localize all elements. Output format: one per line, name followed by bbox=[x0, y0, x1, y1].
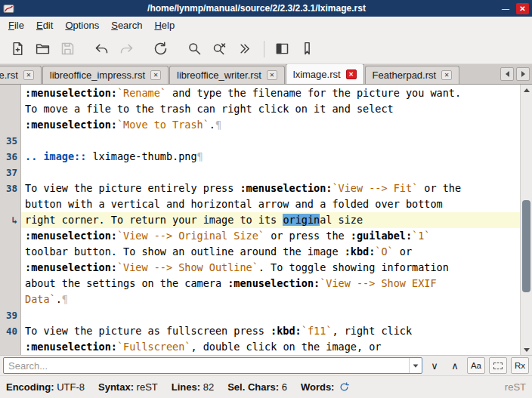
scrollbar-track[interactable] bbox=[521, 95, 532, 344]
code-line[interactable]: Data`.¶ bbox=[21, 292, 520, 307]
code-text: toolbar button. To show an outline aroun… bbox=[25, 245, 345, 258]
code-line[interactable]: about the settings on the camera :menuse… bbox=[21, 276, 520, 292]
tab-Featherpad-rst[interactable]: Featherpad.rst✕ bbox=[365, 66, 460, 84]
tab-ce-rst[interactable]: ce.rst✕ bbox=[0, 66, 42, 84]
menu-item-help[interactable]: Help bbox=[148, 17, 181, 33]
word-count-refresh-button[interactable] bbox=[339, 381, 350, 393]
status-value: UTF-8 bbox=[54, 381, 85, 393]
scroll-down-button[interactable] bbox=[521, 344, 532, 355]
code-line[interactable] bbox=[21, 307, 520, 323]
code-text: :menuselection: bbox=[25, 261, 117, 273]
code-line[interactable] bbox=[21, 133, 520, 149]
code-line[interactable]: button with a vertical and horizontal ar… bbox=[21, 196, 520, 212]
side-pane-button[interactable] bbox=[272, 39, 292, 59]
tab-scroll-controls bbox=[500, 67, 530, 84]
regex-button[interactable]: Rx bbox=[511, 357, 529, 374]
code-text: ¶ bbox=[197, 150, 203, 162]
tab-scroll-right-button[interactable] bbox=[516, 67, 530, 81]
search-history-dropdown[interactable] bbox=[409, 358, 422, 373]
code-line[interactable]: To move a file to the trash can right cl… bbox=[21, 101, 520, 117]
text-area[interactable]: :menuselection:`Rename` and type the fil… bbox=[21, 85, 520, 355]
code-line[interactable]: :menuselection:`Rename` and type the fil… bbox=[21, 85, 520, 101]
match-case-button[interactable]: Aa bbox=[467, 357, 485, 374]
status-label: Sel. Chars: bbox=[227, 381, 279, 393]
code-line[interactable]: right corner. To return your image to it… bbox=[21, 212, 520, 228]
jump-to-button[interactable] bbox=[234, 39, 254, 59]
minimize-button[interactable]: — bbox=[499, 3, 512, 14]
tab-close-icon[interactable]: ✕ bbox=[23, 70, 34, 80]
search-previous-button[interactable]: ∧ bbox=[447, 357, 463, 374]
redo-button bbox=[116, 39, 136, 59]
status-field-lines: Lines: 82 bbox=[172, 381, 214, 393]
code-text: :menuselection: bbox=[25, 119, 117, 131]
menu-item-edit[interactable]: Edit bbox=[30, 17, 59, 33]
dropdown-arrow-icon bbox=[413, 364, 419, 367]
code-text: :guilabel: bbox=[351, 230, 412, 242]
line-number bbox=[0, 260, 17, 276]
search-bar: ∨ ∧ Aa Rx bbox=[0, 355, 532, 375]
magnifier-replace-icon bbox=[212, 41, 227, 57]
menu-item-options[interactable]: Options bbox=[59, 17, 105, 33]
scroll-up-button[interactable] bbox=[521, 85, 532, 95]
status-value: 6 bbox=[279, 381, 287, 393]
code-line[interactable]: .. image:: lximage-thumb.png¶ bbox=[21, 149, 520, 165]
code-text: :menuselection: bbox=[25, 230, 117, 242]
up-arrow-icon bbox=[524, 88, 530, 92]
tab-libreoffice_impress-rst[interactable]: libreoffice_impress.rst✕ bbox=[42, 66, 169, 84]
tab-libreoffice_writer-rst[interactable]: libreoffice_writer.rst✕ bbox=[169, 66, 285, 84]
code-line[interactable]: To view the picture as fullscreen press … bbox=[21, 323, 520, 339]
code-text: right corner. To return your image to it… bbox=[25, 214, 283, 226]
menu-item-search[interactable]: Search bbox=[105, 17, 148, 33]
tab-close-icon[interactable]: ✕ bbox=[346, 69, 357, 79]
new-file-button[interactable] bbox=[8, 39, 27, 59]
featherpad-app-icon bbox=[3, 4, 14, 14]
tab-label: lximage.rst bbox=[293, 69, 341, 80]
code-line[interactable] bbox=[21, 165, 520, 180]
close-button[interactable]: ✕ bbox=[516, 3, 529, 14]
code-text: . To toggle showing information bbox=[258, 261, 449, 273]
scrollbar-thumb[interactable] bbox=[522, 200, 530, 292]
whole-words-button[interactable] bbox=[489, 357, 507, 374]
selected-text: origin bbox=[283, 214, 320, 226]
titlebar[interactable]: /home/lynmp/manual/source/2/2.3/2.3.1/lx… bbox=[0, 0, 532, 17]
vertical-scrollbar[interactable] bbox=[520, 85, 532, 355]
document-new-icon bbox=[10, 41, 26, 57]
code-line[interactable]: :menuselection:`View --> Show Outline`. … bbox=[21, 260, 520, 276]
code-text: about the settings on the camera bbox=[25, 277, 227, 289]
code-line[interactable]: To view the picture entirely press :menu… bbox=[21, 180, 520, 196]
code-text: Data` bbox=[25, 293, 56, 305]
code-line[interactable]: toolbar button. To show an outline aroun… bbox=[21, 244, 520, 260]
save-file-button bbox=[57, 39, 77, 59]
tab-label: Featherpad.rst bbox=[373, 69, 437, 81]
code-line[interactable]: :menuselection:`View --> Original Size` … bbox=[21, 228, 520, 244]
menu-item-file[interactable]: File bbox=[2, 17, 30, 33]
tab-close-icon[interactable]: ✕ bbox=[441, 70, 452, 80]
search-input[interactable] bbox=[4, 360, 409, 372]
code-line[interactable]: :menuselection:`Move to Trash`.¶ bbox=[21, 117, 520, 133]
code-text: `View --> Show EXIF bbox=[320, 277, 436, 289]
code-text: :menuselection: bbox=[227, 277, 320, 289]
code-line[interactable]: :menuselection:`Fullscreen`, double clic… bbox=[21, 339, 520, 355]
line-number: 39 bbox=[0, 307, 17, 323]
code-text: ¶ bbox=[215, 119, 221, 131]
tab-close-icon[interactable]: ✕ bbox=[267, 70, 277, 80]
bookmark-button[interactable] bbox=[297, 39, 317, 59]
open-file-button[interactable] bbox=[32, 39, 52, 59]
find-button[interactable] bbox=[184, 39, 204, 59]
find-and-replace-button[interactable] bbox=[209, 39, 229, 59]
whole-word-icon bbox=[493, 363, 503, 369]
status-label: Words: bbox=[301, 381, 335, 393]
syntax-indicator[interactable]: reST bbox=[505, 381, 526, 393]
magnifier-icon bbox=[187, 41, 203, 57]
line-number bbox=[0, 196, 17, 212]
reload-button[interactable] bbox=[150, 39, 170, 59]
tab-close-icon[interactable]: ✕ bbox=[150, 70, 161, 80]
status-field-encoding: Encoding: UTF-8 bbox=[6, 381, 85, 393]
code-text: ¶ bbox=[62, 293, 68, 305]
search-next-button[interactable]: ∨ bbox=[426, 357, 443, 374]
code-text: . bbox=[209, 119, 215, 131]
code-text: :kbd: bbox=[271, 325, 302, 337]
tab-scroll-left-button[interactable] bbox=[500, 67, 514, 81]
undo-button[interactable] bbox=[91, 39, 111, 59]
tab-lximage-rst[interactable]: lximage.rst✕ bbox=[286, 64, 364, 84]
